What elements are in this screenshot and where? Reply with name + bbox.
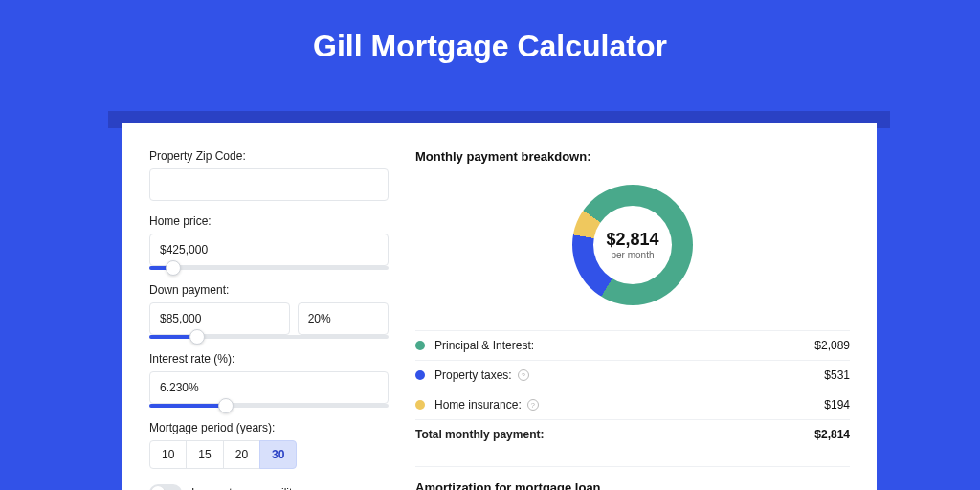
legend-label-total: Total monthly payment:	[415, 428, 814, 441]
legend-label-tax: Property taxes:?	[434, 368, 824, 382]
legend: Principal & Interest: $2,089 Property ta…	[415, 330, 850, 449]
zip-label: Property Zip Code:	[149, 149, 389, 163]
rate-slider-fill	[149, 404, 226, 408]
rate-input[interactable]	[149, 371, 389, 404]
period-tab-20[interactable]: 20	[223, 440, 260, 469]
breakdown-column: Monthly payment breakdown: $2,814 per mo…	[415, 149, 850, 490]
period-tab-10[interactable]: 10	[149, 440, 187, 469]
donut-sub: per month	[611, 250, 654, 260]
legend-row-pi: Principal & Interest: $2,089	[415, 331, 850, 361]
veteran-toggle[interactable]	[149, 484, 182, 490]
down-amount-input[interactable]	[149, 302, 290, 335]
donut-center: $2,814 per month	[593, 206, 672, 284]
period-tab-30[interactable]: 30	[259, 440, 297, 469]
veteran-row: I am veteran or military	[149, 484, 389, 490]
price-slider[interactable]	[149, 266, 389, 270]
page-title: Gill Mortgage Calculator	[0, 0, 980, 64]
info-icon[interactable]: ?	[518, 369, 529, 381]
legend-amt-tax: $531	[824, 368, 850, 382]
period-group: Mortgage period (years): 10 15 20 30	[149, 421, 389, 469]
page-root: Gill Mortgage Calculator Property Zip Co…	[0, 0, 980, 490]
donut-value: $2,814	[606, 230, 658, 250]
legend-row-ins: Home insurance:? $194	[415, 390, 850, 420]
legend-dot-tax	[415, 370, 425, 380]
info-icon[interactable]: ?	[527, 399, 539, 411]
legend-label-pi: Principal & Interest:	[434, 339, 814, 352]
down-row	[149, 302, 389, 335]
price-input[interactable]	[149, 234, 389, 266]
zip-input[interactable]	[149, 168, 389, 201]
rate-slider[interactable]	[149, 404, 389, 408]
down-slider-thumb[interactable]	[189, 329, 205, 345]
legend-row-tax: Property taxes:? $531	[415, 361, 850, 390]
period-tab-15[interactable]: 15	[186, 440, 223, 469]
rate-group: Interest rate (%):	[149, 352, 389, 408]
legend-amt-pi: $2,089	[814, 339, 850, 352]
legend-row-total: Total monthly payment: $2,814	[415, 420, 850, 449]
legend-amt-total: $2,814	[814, 428, 850, 441]
down-slider[interactable]	[149, 335, 389, 339]
inputs-column: Property Zip Code: Home price: Down paym…	[149, 149, 389, 490]
breakdown-title: Monthly payment breakdown:	[415, 149, 850, 164]
down-label: Down payment:	[149, 283, 389, 297]
legend-dot-ins	[415, 400, 425, 410]
donut-chart-wrap: $2,814 per month	[415, 173, 850, 317]
legend-label-ins: Home insurance:?	[434, 398, 824, 412]
down-group: Down payment:	[149, 283, 389, 339]
period-tabs: 10 15 20 30	[149, 440, 389, 469]
price-group: Home price:	[149, 214, 389, 270]
down-pct-input[interactable]	[298, 302, 389, 335]
donut-chart: $2,814 per month	[572, 185, 693, 305]
zip-group: Property Zip Code:	[149, 149, 389, 201]
veteran-label: I am veteran or military	[191, 486, 308, 490]
rate-slider-thumb[interactable]	[218, 398, 234, 413]
price-slider-thumb[interactable]	[166, 260, 181, 276]
price-label: Home price:	[149, 214, 389, 228]
rate-label: Interest rate (%):	[149, 352, 389, 366]
calculator-panel: Property Zip Code: Home price: Down paym…	[122, 122, 877, 490]
legend-dot-pi	[415, 341, 425, 350]
legend-amt-ins: $194	[824, 398, 850, 412]
period-label: Mortgage period (years):	[149, 421, 389, 434]
amortization-heading: Amortization for mortgage loan	[415, 480, 850, 490]
amortization-section: Amortization for mortgage loan Amortizat…	[415, 466, 850, 490]
